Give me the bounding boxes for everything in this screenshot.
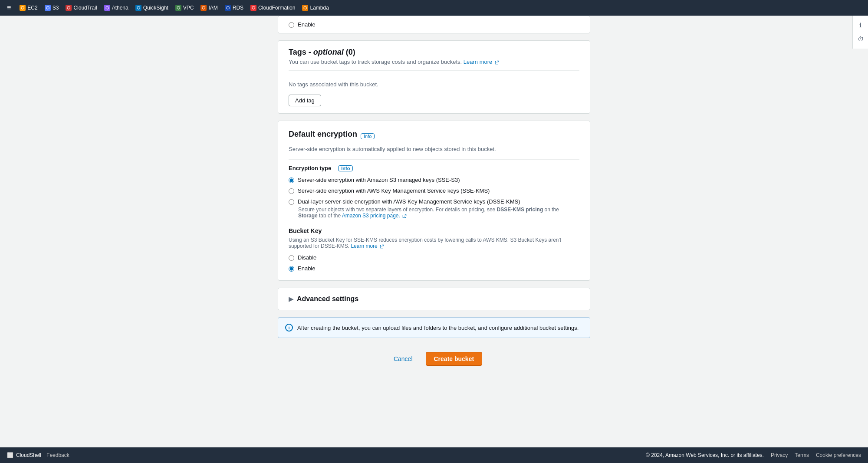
encryption-type-info-badge[interactable]: Info bbox=[338, 165, 353, 171]
create-bucket-button[interactable]: Create bucket bbox=[426, 352, 483, 366]
cloudtrail-icon: ⬡ bbox=[66, 5, 72, 11]
top-navigation: ≡ ⬡ EC2 ⬡ S3 ⬡ CloudTrail ⬡ Athena ⬡ Qui… bbox=[0, 0, 868, 16]
recent-icon[interactable]: ⏱ bbox=[855, 33, 867, 45]
tags-title: Tags - optional (0) bbox=[289, 48, 579, 57]
copyright-text: © 2024, Amazon Web Services, Inc. or its… bbox=[646, 452, 764, 458]
info-banner: i After creating the bucket, you can upl… bbox=[278, 317, 590, 338]
nav-athena[interactable]: ⬡ Athena bbox=[101, 3, 132, 13]
bucket-key-enable-option[interactable]: Enable bbox=[289, 265, 579, 272]
athena-icon: ⬡ bbox=[104, 5, 110, 11]
nav-s3[interactable]: ⬡ S3 bbox=[41, 3, 62, 13]
tags-footer: Add tag bbox=[278, 91, 590, 113]
tags-section: Tags - optional (0) You can use bucket t… bbox=[278, 40, 590, 114]
encryption-options: Server-side encryption with Amazon S3 ma… bbox=[289, 177, 579, 219]
bucket-key-section: Bucket Key Using an S3 Bucket Key for SS… bbox=[289, 227, 579, 272]
rds-icon: ⬡ bbox=[225, 5, 231, 11]
nav-lambda[interactable]: ⬡ Lambda bbox=[299, 3, 332, 13]
advanced-settings-title: ▶ Advanced settings bbox=[289, 295, 579, 303]
external-link-icon bbox=[495, 60, 499, 65]
nav-cloudformation[interactable]: ⬡ CloudFormation bbox=[247, 3, 299, 13]
privacy-link[interactable]: Privacy bbox=[771, 452, 788, 458]
hamburger-menu[interactable]: ≡ bbox=[3, 2, 14, 13]
tags-learn-more-link[interactable]: Learn more bbox=[464, 59, 499, 65]
enable-radio-label[interactable]: Enable bbox=[289, 21, 579, 28]
enable-radio-input[interactable] bbox=[289, 22, 294, 28]
ec2-icon: ⬡ bbox=[20, 5, 26, 11]
bucket-key-learn-more-link[interactable]: Learn more bbox=[351, 243, 384, 249]
encryption-type-label: Encryption type Info bbox=[289, 165, 579, 171]
advanced-settings-section[interactable]: ▶ Advanced settings bbox=[278, 288, 590, 310]
chevron-right-icon: ▶ bbox=[289, 296, 293, 302]
encryption-info-badge[interactable]: Info bbox=[361, 133, 375, 139]
tags-header: Tags - optional (0) You can use bucket t… bbox=[278, 41, 590, 65]
dsse-kms-option-container: Dual-layer server-side encryption with A… bbox=[289, 198, 579, 219]
encryption-title: Default encryption bbox=[289, 130, 357, 139]
cloudshell-button[interactable]: ⬜ CloudShell bbox=[7, 452, 41, 458]
cloudformation-icon: ⬡ bbox=[250, 5, 256, 11]
sse-s3-option[interactable]: Server-side encryption with Amazon S3 ma… bbox=[289, 177, 579, 183]
dsse-kms-description: Secure your objects with two separate la… bbox=[289, 207, 579, 219]
pricing-external-link-icon bbox=[402, 214, 407, 218]
bucket-key-disable-radio[interactable] bbox=[289, 255, 294, 261]
nav-quicksight[interactable]: ⬡ QuickSight bbox=[132, 3, 172, 13]
nav-vpc[interactable]: ⬡ VPC bbox=[172, 3, 197, 13]
bucket-key-options: Disable Enable bbox=[289, 254, 579, 272]
quicksight-icon: ⬡ bbox=[135, 5, 141, 11]
cookie-preferences-link[interactable]: Cookie preferences bbox=[816, 452, 861, 458]
tags-description: You can use bucket tags to track storage… bbox=[289, 59, 579, 65]
nav-ec2[interactable]: ⬡ EC2 bbox=[16, 3, 41, 13]
sse-kms-option[interactable]: Server-side encryption with AWS Key Mana… bbox=[289, 187, 579, 194]
feedback-link[interactable]: Feedback bbox=[46, 452, 69, 458]
lambda-icon: ⬡ bbox=[302, 5, 308, 11]
bucket-key-title: Bucket Key bbox=[289, 227, 579, 234]
nav-iam[interactable]: ⬡ IAM bbox=[197, 3, 221, 13]
iam-icon: ⬡ bbox=[201, 5, 207, 11]
nav-rds[interactable]: ⬡ RDS bbox=[221, 3, 247, 13]
encryption-divider bbox=[289, 159, 579, 160]
terms-link[interactable]: Terms bbox=[795, 452, 809, 458]
s3-pricing-link[interactable]: Amazon S3 pricing page. bbox=[342, 213, 407, 219]
bucket-key-enable-radio[interactable] bbox=[289, 266, 294, 272]
vpc-icon: ⬡ bbox=[175, 5, 181, 11]
bucket-key-external-link-icon bbox=[380, 244, 384, 249]
cancel-button[interactable]: Cancel bbox=[386, 352, 421, 365]
footer-actions: Cancel Create bucket bbox=[278, 345, 590, 373]
add-tag-button[interactable]: Add tag bbox=[289, 95, 321, 106]
sse-s3-radio[interactable] bbox=[289, 177, 294, 183]
dsse-kms-radio[interactable] bbox=[289, 199, 294, 205]
bottom-bar-left: ⬜ CloudShell Feedback bbox=[7, 452, 69, 458]
dsse-kms-option[interactable]: Dual-layer server-side encryption with A… bbox=[289, 198, 579, 205]
nav-cloudtrail[interactable]: ⬡ CloudTrail bbox=[62, 3, 100, 13]
enable-section-partial: Enable bbox=[278, 16, 590, 33]
sse-kms-radio[interactable] bbox=[289, 188, 294, 194]
bottom-bar-right: © 2024, Amazon Web Services, Inc. or its… bbox=[646, 452, 861, 458]
bucket-key-description: Using an S3 Bucket Key for SSE-KMS reduc… bbox=[289, 237, 579, 249]
encryption-section: Default encryption Info Server-side encr… bbox=[278, 121, 590, 281]
encryption-description: Server-side encryption is automatically … bbox=[289, 146, 579, 152]
bucket-key-disable-option[interactable]: Disable bbox=[289, 254, 579, 261]
right-panel: ℹ ⏱ bbox=[852, 16, 868, 49]
bottom-bar: ⬜ CloudShell Feedback © 2024, Amazon Web… bbox=[0, 447, 868, 463]
info-circle-icon: i bbox=[285, 324, 293, 332]
s3-icon: ⬡ bbox=[45, 5, 51, 11]
info-panel-icon[interactable]: ℹ bbox=[855, 19, 867, 31]
tags-empty-message: No tags associated with this bucket. bbox=[278, 71, 590, 91]
